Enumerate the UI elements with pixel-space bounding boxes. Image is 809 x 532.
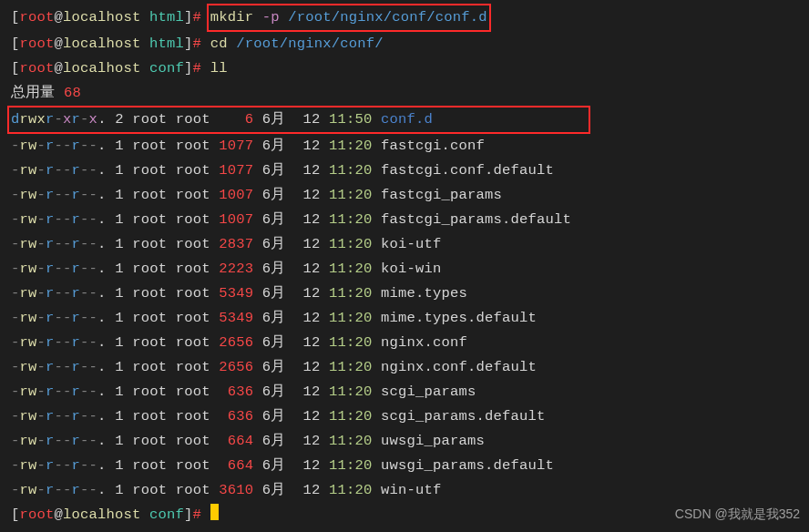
ls-row: -rw-r--r--. 1 root root 3610 6月 12 11:20… bbox=[11, 478, 798, 503]
ls-row: -rw-r--r--. 1 root root 5349 6月 12 11:20… bbox=[11, 306, 798, 331]
ls-row: -rw-r--r--. 1 root root 2837 6月 12 11:20… bbox=[11, 232, 798, 257]
ls-row: -rw-r--r--. 1 root root 664 6月 12 11:20 … bbox=[11, 429, 798, 454]
ls-row: -rw-r--r--. 1 root root 636 6月 12 11:20 … bbox=[11, 380, 798, 404]
prompt-line[interactable]: [root@localhost conf]# ll bbox=[11, 56, 798, 81]
ls-row: -rw-r--r--. 1 root root 1077 6月 12 11:20… bbox=[11, 134, 798, 159]
ls-row: -rw-r--r--. 1 root root 2223 6月 12 11:20… bbox=[11, 257, 798, 281]
ls-row: -rw-r--r--. 1 root root 2656 6月 12 11:20… bbox=[11, 355, 798, 380]
cursor-icon bbox=[210, 504, 219, 520]
ls-row: -rw-r--r--. 1 root root 5349 6月 12 11:20… bbox=[11, 281, 798, 306]
ls-total: 总用量 68 bbox=[11, 81, 798, 106]
ls-row: drwxr-xr-x. 2 root root 6 6月 12 11:50 co… bbox=[11, 106, 798, 134]
ls-row: -rw-r--r--. 1 root root 636 6月 12 11:20 … bbox=[11, 404, 798, 429]
prompt-line[interactable]: [root@localhost html]# mkdir -p /root/ng… bbox=[11, 4, 798, 32]
prompt-line[interactable]: [root@localhost html]# cd /root/nginx/co… bbox=[11, 32, 798, 56]
ls-row: -rw-r--r--. 1 root root 1007 6月 12 11:20… bbox=[11, 183, 798, 208]
ls-row: -rw-r--r--. 1 root root 1007 6月 12 11:20… bbox=[11, 208, 798, 232]
terminal-output[interactable]: [root@localhost html]# mkdir -p /root/ng… bbox=[11, 4, 798, 527]
watermark: CSDN @我就是我352 bbox=[675, 502, 800, 527]
ls-row: -rw-r--r--. 1 root root 2656 6月 12 11:20… bbox=[11, 331, 798, 355]
ls-row: -rw-r--r--. 1 root root 664 6月 12 11:20 … bbox=[11, 454, 798, 478]
ls-row: -rw-r--r--. 1 root root 1077 6月 12 11:20… bbox=[11, 159, 798, 183]
